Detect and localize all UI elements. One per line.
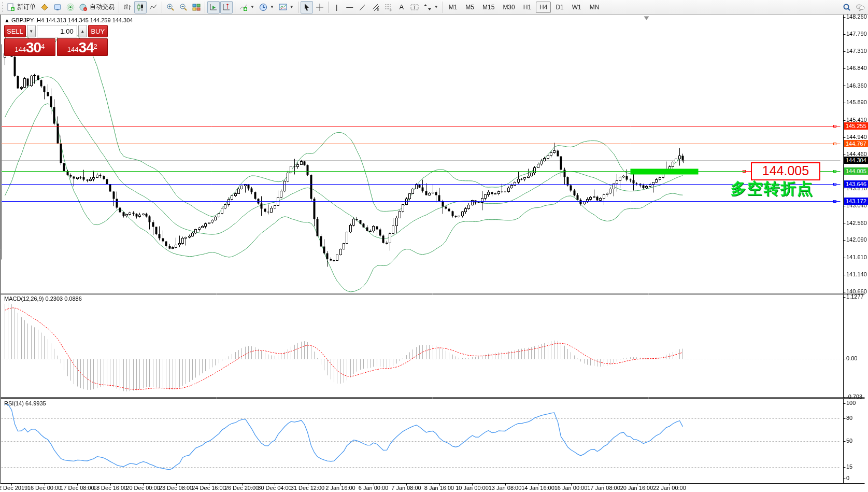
equidistant-channel-button[interactable]: E bbox=[369, 1, 382, 13]
search-button[interactable] bbox=[841, 1, 853, 13]
tile-windows-button[interactable] bbox=[190, 1, 203, 13]
timeframe-button-m15[interactable]: M15 bbox=[479, 2, 498, 13]
toolbar: 新订单 自动交易 bbox=[0, 0, 868, 15]
bar-chart-button[interactable] bbox=[121, 1, 134, 13]
bar-chart-icon bbox=[123, 3, 132, 11]
new-order-icon bbox=[7, 3, 15, 11]
timeframe-button-d1[interactable]: D1 bbox=[552, 2, 567, 13]
market-watch-button[interactable] bbox=[51, 1, 64, 13]
toolbar-separator bbox=[119, 2, 119, 13]
volume-decrease-button[interactable]: ▼ bbox=[27, 25, 36, 37]
clock-icon bbox=[259, 3, 267, 11]
buy-price-prefix: 144 bbox=[67, 45, 79, 55]
autotrading-label: 自动交易 bbox=[90, 3, 115, 11]
line-chart-icon bbox=[149, 3, 158, 11]
chart-shift-button[interactable] bbox=[220, 1, 233, 13]
trendline-icon: ／ bbox=[359, 4, 366, 10]
cursor-button[interactable] bbox=[301, 1, 313, 13]
template-icon bbox=[279, 3, 287, 11]
timeframe-button-h1[interactable]: H1 bbox=[520, 2, 535, 13]
vertical-line-button[interactable]: | bbox=[331, 1, 343, 13]
auto-scroll-button[interactable] bbox=[207, 1, 220, 13]
add-indicator-button[interactable]: ▼ bbox=[237, 1, 257, 13]
dropdown-caret: ▼ bbox=[290, 5, 294, 9]
sell-price-prefix: 144 bbox=[15, 45, 26, 55]
timeframe-button-mn[interactable]: MN bbox=[586, 2, 603, 13]
toolbar-separator bbox=[298, 2, 298, 13]
price-chart-canvas[interactable] bbox=[0, 0, 868, 492]
new-order-label: 新订单 bbox=[17, 3, 36, 11]
buy-price-pip: 2 bbox=[94, 39, 97, 54]
period-selector-button[interactable]: ▼ bbox=[257, 1, 276, 13]
sell-price-pip: 4 bbox=[41, 39, 45, 54]
auto-scroll-icon bbox=[209, 3, 218, 11]
svg-text:T: T bbox=[413, 5, 416, 10]
candlestick-chart-icon bbox=[136, 3, 145, 11]
svg-text:E: E bbox=[377, 8, 379, 11]
toolbar-drag-handle bbox=[2, 2, 3, 12]
candlestick-chart-button[interactable] bbox=[134, 1, 147, 13]
new-order-button[interactable]: 新订单 bbox=[5, 1, 38, 13]
vertical-line-icon: | bbox=[336, 4, 337, 10]
text-button[interactable]: A bbox=[395, 1, 408, 13]
fibonacci-button[interactable]: F bbox=[382, 1, 395, 13]
timeframe-toolbar: M1M5M15M30H1H4D1W1MN bbox=[445, 2, 603, 13]
zoom-out-button[interactable] bbox=[177, 1, 190, 13]
sell-button[interactable]: SELL bbox=[4, 25, 26, 37]
timeframe-button-m30[interactable]: M30 bbox=[499, 2, 518, 13]
signals-button[interactable] bbox=[64, 1, 77, 13]
profiles-icon bbox=[40, 3, 49, 11]
toolbar-separator bbox=[162, 2, 162, 13]
profiles-button[interactable] bbox=[38, 1, 51, 13]
zoom-in-icon bbox=[166, 3, 175, 11]
buy-button[interactable]: BUY bbox=[88, 25, 108, 37]
arrows-icon bbox=[423, 3, 432, 11]
signals-icon bbox=[66, 3, 75, 11]
chat-button[interactable] bbox=[853, 1, 867, 13]
text-label-icon: T bbox=[410, 3, 419, 11]
buy-price-tile[interactable]: 144342 bbox=[57, 38, 108, 56]
fibonacci-icon: F bbox=[385, 3, 393, 11]
timeframe-button-m5[interactable]: M5 bbox=[462, 2, 478, 13]
toolbar-separator bbox=[205, 2, 205, 13]
sell-price-tile[interactable]: 144304 bbox=[4, 38, 55, 56]
template-button[interactable]: ▼ bbox=[277, 1, 296, 13]
chart-shift-icon bbox=[222, 3, 231, 11]
buy-price-big: 34 bbox=[78, 40, 93, 55]
autotrading-icon bbox=[79, 3, 88, 11]
search-icon bbox=[843, 3, 851, 11]
autotrading-button[interactable]: 自动交易 bbox=[77, 1, 117, 13]
cursor-icon bbox=[303, 3, 311, 11]
zoom-out-icon bbox=[179, 3, 188, 11]
dropdown-caret: ▼ bbox=[270, 5, 274, 9]
text-label-button[interactable]: T bbox=[408, 1, 421, 13]
sell-price-big: 30 bbox=[26, 40, 41, 55]
text-icon: A bbox=[399, 4, 404, 10]
dropdown-caret: ▼ bbox=[434, 5, 438, 9]
toolbar-separator bbox=[443, 2, 443, 13]
chart-window[interactable]: ▲ GBPJPY-,H4 144.313 144.345 144.259 144… bbox=[0, 0, 868, 492]
arrows-button[interactable]: ▼ bbox=[421, 1, 440, 13]
timeframe-button-w1[interactable]: W1 bbox=[568, 2, 585, 13]
volume-increase-button[interactable]: ▲ bbox=[78, 25, 87, 37]
horizontal-line-button[interactable]: — bbox=[344, 1, 356, 13]
mt4-window: 新订单 自动交易 bbox=[0, 0, 868, 492]
timeframe-button-m1[interactable]: M1 bbox=[445, 2, 461, 13]
chat-icon bbox=[856, 3, 865, 11]
crosshair-icon bbox=[316, 3, 324, 11]
equidistant-channel-icon: E bbox=[372, 3, 380, 11]
one-click-trading-panel: SELL ▼ ▲ BUY 144304 144342 bbox=[4, 25, 108, 56]
toolbar-separator bbox=[328, 2, 329, 13]
timeframe-button-h4[interactable]: H4 bbox=[536, 2, 551, 13]
zoom-in-button[interactable] bbox=[164, 1, 177, 13]
volume-input[interactable] bbox=[37, 25, 77, 37]
svg-text:F: F bbox=[390, 8, 392, 11]
toolbar-separator bbox=[235, 2, 235, 13]
tile-windows-icon bbox=[192, 3, 201, 11]
dropdown-caret: ▼ bbox=[250, 5, 254, 9]
crosshair-button[interactable] bbox=[314, 1, 326, 13]
line-chart-button[interactable] bbox=[147, 1, 160, 13]
horizontal-line-icon: — bbox=[346, 4, 353, 10]
market-watch-icon bbox=[53, 3, 62, 11]
trendline-button[interactable]: ／ bbox=[357, 1, 369, 13]
